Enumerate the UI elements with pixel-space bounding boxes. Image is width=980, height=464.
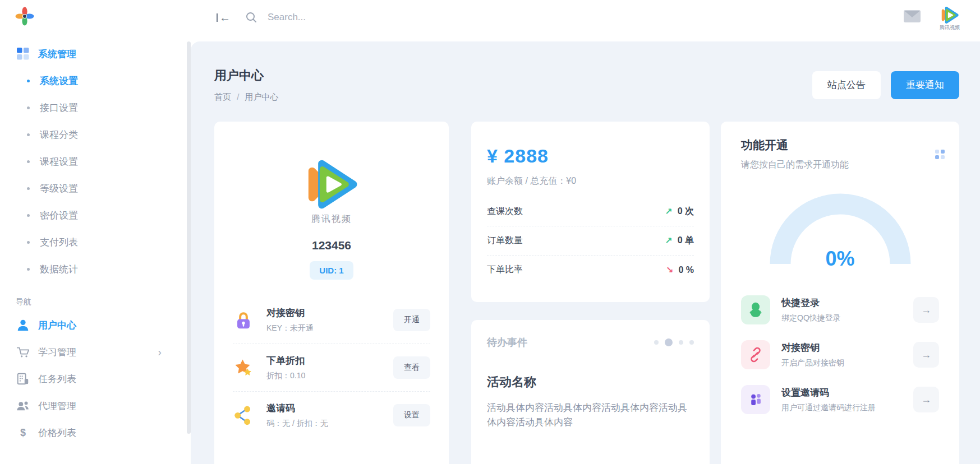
main-area: ← (191, 0, 980, 464)
search-bar (245, 11, 904, 24)
todo-card: 待办事件 活动名称 活动具体内容活动具体内容活动具体内容活动具体内容活动具体内容 (471, 320, 710, 464)
breadcrumb-home[interactable]: 首页 (214, 92, 231, 101)
brand-avatar[interactable]: 腾讯视频 (940, 5, 960, 30)
balance-card: ¥ 2888 账户余额 / 总充值：¥0 查课次数 ↗ 0 次 (471, 122, 710, 302)
tencent-video-logo-icon (940, 5, 960, 25)
stat-label: 查课次数 (487, 206, 523, 217)
sidebar-item-price-list[interactable]: $ 价格列表 (0, 419, 191, 446)
important-notice-button[interactable]: 重要通知 (891, 71, 959, 99)
feature-item-invite-code: 设置邀请码 用户可通过邀请码进行注册 → (741, 377, 939, 422)
breadcrumb: 首页 / 用户中心 (214, 92, 279, 103)
page-header: 用户中心 首页 / 用户中心 站点公告 重要通知 (214, 67, 959, 103)
features-subtitle: 请您按自己的需求开通功能 (741, 159, 939, 171)
sidebar-item-label: 支付列表 (40, 236, 78, 249)
feature-subtitle: 用户可通过邀请码进行注册 (781, 403, 913, 413)
sidebar-item-task-list[interactable]: 任务列表 (0, 365, 191, 392)
user-icon (16, 318, 30, 332)
stat-row-order-rate: 下单比率 ↘ 0 % (487, 255, 694, 284)
lock-icon (233, 309, 256, 331)
row-title: 下单折扣 (266, 354, 393, 367)
search-icon[interactable] (245, 11, 257, 24)
sidebar-item-agent-management[interactable]: 代理管理 (0, 392, 191, 419)
bullet-icon (27, 133, 30, 136)
carousel-dot[interactable] (689, 340, 694, 345)
sidebar-section-label: 导航 (0, 282, 191, 312)
sidebar-item-label: 任务列表 (38, 373, 76, 386)
bullet-icon (27, 106, 30, 109)
stat-value: 0 单 (678, 235, 694, 247)
app-logo[interactable] (0, 0, 191, 35)
sidebar-item-system-settings[interactable]: 系统设置 (0, 67, 191, 94)
sidebar-item-system-management[interactable]: 系统管理 (0, 40, 191, 67)
list-item-order-discount: 下单折扣 折扣：0.10 查看 (233, 344, 430, 391)
row-title: 邀请码 (266, 402, 393, 415)
sidebar-item-label: 课程设置 (40, 155, 78, 168)
carousel-dot[interactable] (654, 340, 659, 345)
sidebar-item-secret-price-settings[interactable]: 密价设置 (0, 202, 191, 229)
sidebar-item-label: 价格列表 (38, 426, 76, 439)
sidebar-item-level-settings[interactable]: 等级设置 (0, 175, 191, 202)
sidebar-scrollbar[interactable] (187, 41, 191, 434)
page-title: 用户中心 (214, 67, 279, 84)
stat-value: 0 % (678, 265, 694, 275)
row-subtitle: KEY：未开通 (266, 323, 393, 333)
site-announcement-button[interactable]: 站点公告 (812, 71, 881, 99)
middle-column: ¥ 2888 账户余额 / 总充值：¥0 查课次数 ↗ 0 次 (471, 122, 710, 464)
stat-row-course-checks: 查课次数 ↗ 0 次 (487, 197, 694, 226)
carousel-dot[interactable] (679, 340, 683, 345)
stat-label: 下单比率 (487, 264, 523, 276)
gauge-value: 0% (825, 247, 854, 271)
sidebar-item-api-settings[interactable]: 接口设置 (0, 94, 191, 121)
grid-mini-icon[interactable] (935, 150, 945, 159)
uid-badge: UID: 1 (310, 261, 353, 280)
pinwheel-logo-icon (15, 6, 35, 29)
view-discount-button[interactable]: 查看 (393, 356, 430, 379)
carousel-dot-active[interactable] (665, 338, 673, 346)
api-key-arrow-button[interactable]: → (913, 342, 939, 368)
feature-title: 对接密钥 (781, 341, 913, 354)
feature-title: 快捷登录 (781, 296, 913, 309)
sidebar-item-learning-management[interactable]: 学习管理 › (0, 338, 191, 365)
sidebar-item-label: 系统设置 (40, 75, 78, 87)
mail-icon[interactable] (904, 10, 921, 25)
sidebar-item-label: 密价设置 (40, 209, 78, 222)
brand-caption: 腾讯视频 (940, 25, 960, 30)
star-icon (233, 356, 256, 379)
bullet-icon (27, 241, 30, 244)
trend-down-icon: ↘ (666, 265, 673, 275)
row-subtitle: 码：无 / 折扣：无 (266, 419, 393, 429)
feature-subtitle: 开启产品对接密钥 (781, 358, 913, 368)
balance-amount: ¥ 2888 (487, 145, 694, 167)
quick-login-arrow-button[interactable]: → (913, 297, 939, 323)
open-key-button[interactable]: 开通 (393, 309, 430, 331)
feature-item-quick-login: 快捷登录 绑定QQ快捷登录 → (741, 287, 939, 332)
stat-label: 订单数量 (487, 235, 523, 247)
sidebar-item-payment-list[interactable]: 支付列表 (0, 229, 191, 256)
topbar-right: 腾讯视频 (904, 5, 960, 30)
sidebar-item-data-statistics[interactable]: 数据统计 (0, 256, 191, 282)
arrow-right-icon: → (921, 394, 931, 406)
sidebar-item-course-category[interactable]: 课程分类 (0, 121, 191, 148)
list-item-api-key: 对接密钥 KEY：未开通 开通 (233, 296, 430, 344)
set-invite-code-button[interactable]: 设置 (393, 404, 430, 426)
search-input[interactable] (266, 11, 904, 24)
arrow-right-icon: → (921, 349, 931, 361)
features-card: 功能开通 请您按自己的需求开通功能 0% (721, 122, 959, 464)
sidebar-item-user-center[interactable]: 用户中心 (0, 312, 191, 338)
progress-gauge: 0% (770, 192, 911, 264)
profile-card: 腾讯视频 123456 UID: 1 (214, 122, 449, 464)
invite-code-arrow-button[interactable]: → (913, 387, 939, 412)
feature-item-api-key: 对接密钥 开启产品对接密钥 → (741, 332, 939, 377)
sidebar-item-label: 学习管理 (38, 346, 76, 359)
event-body: 活动具体内容活动具体内容活动具体内容活动具体内容活动具体内容 (487, 401, 694, 430)
grid-icon (16, 47, 30, 61)
stat-row-order-count: 订单数量 ↗ 0 单 (487, 226, 694, 255)
agents-icon (16, 398, 30, 413)
collapse-sidebar-button[interactable]: ← (217, 12, 231, 23)
features-title: 功能开通 (741, 137, 939, 153)
tencent-video-logo-icon (302, 155, 361, 214)
sidebar-item-course-settings[interactable]: 课程设置 (0, 148, 191, 175)
feature-title: 设置邀请码 (781, 386, 913, 399)
row-title: 对接密钥 (266, 307, 393, 319)
content-panel: 用户中心 首页 / 用户中心 站点公告 重要通知 (191, 41, 980, 464)
